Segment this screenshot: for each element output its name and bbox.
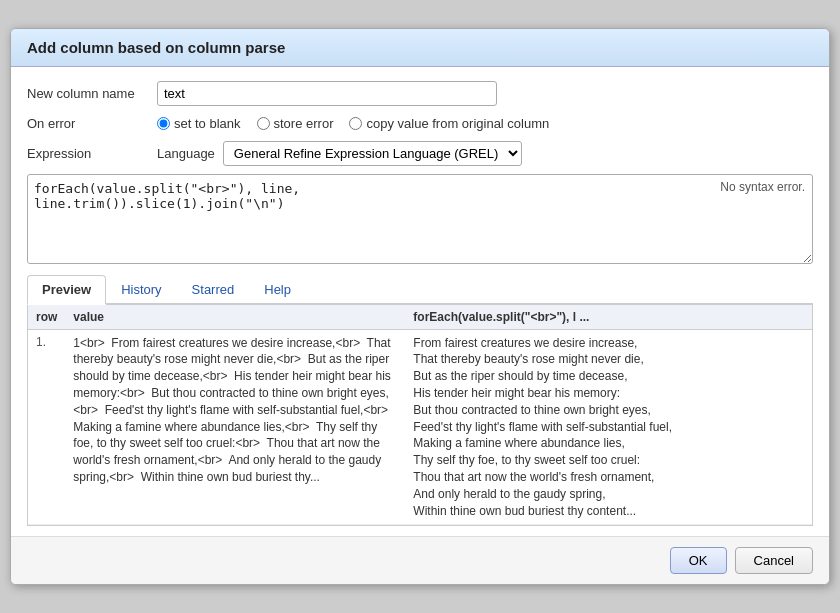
row-result: From fairest creatures we desire increas…: [405, 329, 812, 525]
tab-history[interactable]: History: [106, 275, 176, 303]
ok-button[interactable]: OK: [670, 547, 727, 574]
add-column-dialog: Add column based on column parse New col…: [10, 28, 830, 586]
store-error-option[interactable]: store error: [257, 116, 334, 131]
language-label: Language: [157, 146, 215, 161]
copy-value-radio[interactable]: [349, 117, 362, 130]
table-header-row: row value forEach(value.split("<br>"), l…: [28, 305, 812, 330]
new-column-row: New column name: [27, 81, 813, 106]
dialog-title: Add column based on column parse: [11, 29, 829, 67]
error-options: set to blank store error copy value from…: [157, 116, 549, 131]
language-select[interactable]: General Refine Expression Language (GREL…: [223, 141, 522, 166]
col-header-result: forEach(value.split("<br>"), l ...: [405, 305, 812, 330]
on-error-row: On error set to blank store error copy v…: [27, 116, 813, 131]
preview-area: row value forEach(value.split("<br>"), l…: [27, 305, 813, 527]
expression-area-wrap: forEach(value.split("<br>"), line, line.…: [27, 174, 813, 267]
cancel-button[interactable]: Cancel: [735, 547, 813, 574]
row-number: 1.: [28, 329, 65, 525]
expression-lang-row: Expression Language General Refine Expre…: [27, 141, 813, 166]
set-to-blank-radio[interactable]: [157, 117, 170, 130]
tab-help[interactable]: Help: [249, 275, 306, 303]
on-error-label: On error: [27, 116, 157, 131]
set-to-blank-label: set to blank: [174, 116, 241, 131]
store-error-label: store error: [274, 116, 334, 131]
dialog-body: New column name On error set to blank st…: [11, 67, 829, 537]
new-column-label: New column name: [27, 86, 157, 101]
col-header-row: row: [28, 305, 65, 330]
syntax-status: No syntax error.: [720, 180, 805, 194]
preview-table: row value forEach(value.split("<br>"), l…: [28, 305, 812, 526]
store-error-radio[interactable]: [257, 117, 270, 130]
table-row: 1. 1<br> From fairest creatures we desir…: [28, 329, 812, 525]
new-column-input[interactable]: [157, 81, 497, 106]
tab-starred[interactable]: Starred: [177, 275, 250, 303]
copy-value-option[interactable]: copy value from original column: [349, 116, 549, 131]
row-value: 1<br> From fairest creatures we desire i…: [65, 329, 405, 525]
dialog-footer: OK Cancel: [11, 536, 829, 584]
expression-textarea[interactable]: forEach(value.split("<br>"), line, line.…: [27, 174, 813, 264]
tabs-bar: Preview History Starred Help: [27, 275, 813, 305]
set-to-blank-option[interactable]: set to blank: [157, 116, 241, 131]
expression-label: Expression: [27, 146, 157, 161]
col-header-value: value: [65, 305, 405, 330]
tab-preview[interactable]: Preview: [27, 275, 106, 305]
copy-value-label: copy value from original column: [366, 116, 549, 131]
